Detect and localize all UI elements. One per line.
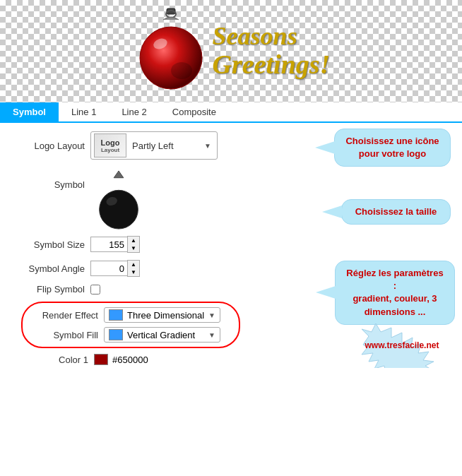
logo-container: Seasons Greetings! — [132, 7, 331, 95]
svg-point-4 — [171, 62, 192, 79]
color1-swatch[interactable] — [94, 354, 108, 365]
tooltip-bubble2-text: Choisissez la taille — [355, 206, 437, 217]
svg-marker-5 — [114, 171, 124, 178]
symbol-fill-arrow-icon: ▼ — [208, 331, 215, 339]
symbol-size-input[interactable] — [90, 237, 127, 252]
render-effect-label: Render Effect — [31, 310, 98, 321]
render-effect-swatch — [109, 309, 123, 321]
symbol-size-row: Symbol Size ▲ ▼ — [14, 236, 448, 253]
symbol-angle-up-button[interactable]: ▲ — [128, 261, 139, 268]
tooltip-bubble-size: Choisissez la taille — [341, 199, 451, 225]
symbol-label: Symbol — [14, 167, 85, 190]
symbol-preview[interactable] — [90, 167, 147, 230]
svg-point-2 — [140, 27, 202, 89]
tooltip-bubble3-text: Réglez les paramètres : gradient, couleu… — [344, 267, 446, 319]
website-badge: www.tresfacile.net — [356, 322, 448, 368]
logo-icon-box: Logo Layout — [94, 133, 126, 157]
flip-symbol-checkbox[interactable] — [90, 285, 100, 294]
logo-layout-arrow-icon: ▼ — [204, 142, 214, 150]
symbol-fill-row: Symbol Fill Vertical Gradient ▼ — [31, 327, 230, 343]
symbol-fill-value: Vertical Gradient — [127, 330, 204, 340]
logo-layout-value: Partly Left — [129, 141, 201, 151]
symbol-size-down-button[interactable]: ▼ — [128, 244, 139, 252]
symbol-angle-down-button[interactable]: ▼ — [128, 268, 139, 276]
svg-point-6 — [99, 190, 138, 229]
tab-symbol[interactable]: Symbol — [0, 102, 59, 121]
color1-value: #650000 — [112, 355, 148, 365]
symbol-angle-label: Symbol Angle — [14, 263, 85, 274]
main-content: Logo Layout Logo Layout Partly Left ▼ Sy… — [0, 123, 462, 381]
logo-layout-dropdown[interactable]: Logo Layout Partly Left ▼ — [90, 131, 218, 160]
render-effect-arrow-icon: ▼ — [208, 311, 215, 319]
flip-symbol-label: Flip Symbol — [14, 284, 85, 294]
render-effect-row: Render Effect Three Dimensional ▼ — [31, 307, 230, 323]
ornament-area — [132, 7, 210, 95]
render-effect-value: Three Dimensional — [127, 310, 204, 321]
render-effect-dropdown[interactable]: Three Dimensional ▼ — [104, 307, 220, 323]
symbol-size-label: Symbol Size — [14, 239, 85, 250]
color1-group: #650000 — [94, 354, 148, 365]
symbol-angle-buttons: ▲ ▼ — [127, 260, 140, 277]
symbol-size-up-button[interactable]: ▲ — [128, 237, 139, 244]
seasons-greetings-text: Seasons Greetings! — [213, 23, 331, 80]
tab-line1[interactable]: Line 1 — [59, 102, 109, 121]
symbol-angle-input[interactable] — [90, 261, 127, 276]
symbol-fill-swatch — [109, 329, 123, 340]
tab-composite[interactable]: Composite — [160, 102, 229, 121]
symbol-size-spinner: ▲ ▼ — [90, 236, 140, 253]
tooltip-bubble-logo: Choisissez une icône pour votre logo — [334, 129, 451, 167]
tooltip-bubble-params: Réglez les paramètres : gradient, couleu… — [335, 261, 455, 325]
render-effect-oval: Render Effect Three Dimensional ▼ Symbol… — [21, 302, 240, 348]
website-url: www.tresfacile.net — [365, 340, 439, 350]
symbol-size-buttons: ▲ ▼ — [127, 236, 140, 253]
logo-layout-label: Logo Layout — [14, 141, 85, 151]
symbol-angle-spinner: ▲ ▼ — [90, 260, 140, 277]
tabs-bar: Symbol Line 1 Line 2 Composite — [0, 102, 462, 123]
symbol-fill-label: Symbol Fill — [31, 330, 98, 340]
header-area: Seasons Greetings! — [0, 0, 462, 102]
symbol-fill-dropdown[interactable]: Vertical Gradient ▼ — [104, 327, 220, 343]
tooltip-bubble1-text: Choisissez une icône pour votre logo — [345, 136, 439, 159]
color1-label: Color 1 — [21, 355, 88, 365]
tab-line2[interactable]: Line 2 — [109, 102, 159, 121]
